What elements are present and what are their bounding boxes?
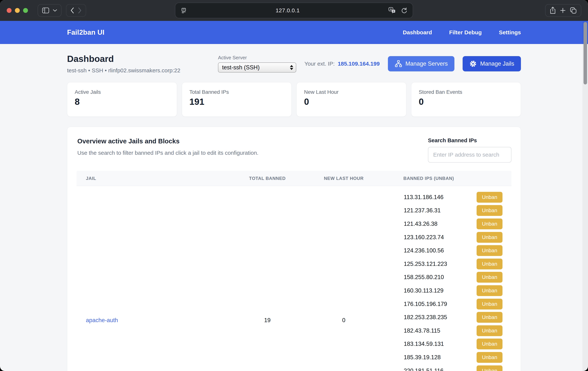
back-button[interactable] (70, 7, 74, 14)
banned-ip-row: 125.253.121.223 Unban (383, 257, 511, 271)
sidebar-toggle-button[interactable] (38, 4, 62, 17)
url-text[interactable]: 127.0.0.1 (187, 7, 388, 14)
banned-ip: 123.160.223.74 (404, 234, 444, 241)
active-server-value: test-ssh (SSH) (222, 64, 260, 71)
nav-link-filter-debug[interactable]: Filter Debug (449, 29, 482, 36)
column-header-total-banned: TOTAL BANNED (230, 176, 304, 181)
screen: 127.0.0.1 A x̂ (0, 0, 588, 371)
address-bar-actions: A x̂ (388, 7, 408, 14)
unban-button[interactable]: Unban (477, 299, 503, 309)
unban-button[interactable]: Unban (477, 192, 503, 203)
page-title: Dashboard (67, 54, 180, 64)
close-window-button[interactable] (7, 8, 11, 13)
forward-button[interactable] (78, 7, 82, 14)
banned-ip: 182.43.78.115 (404, 327, 440, 334)
banned-ips-cell: 113.31.186.146 Unban 121.237.36.31 Unban (383, 186, 511, 371)
banned-ip: 121.43.26.38 (404, 220, 438, 227)
page-subtitle: test-ssh • SSH • rlinfp02.swissmakers.co… (67, 67, 180, 74)
banned-ip: 158.255.80.210 (404, 274, 444, 281)
unban-button[interactable]: Unban (477, 232, 503, 243)
banned-ip: 182.253.238.235 (404, 314, 447, 321)
stat-label: Total Banned IPs (189, 89, 284, 95)
banned-ip: 160.30.113.129 (404, 287, 443, 294)
external-ip-value[interactable]: 185.109.164.199 (338, 61, 380, 67)
search-input[interactable] (428, 147, 511, 163)
unban-button[interactable]: Unban (477, 218, 503, 229)
banned-ip-row: 220.181.51.116 Unban (383, 364, 511, 371)
active-server-block: Active Server test-ssh (SSH) (218, 55, 296, 73)
banned-ip-row: 124.236.100.56 Unban (383, 244, 511, 257)
unban-button[interactable]: Unban (477, 312, 503, 323)
unban-button[interactable]: Unban (477, 365, 503, 371)
chevron-down-icon (53, 9, 57, 12)
active-server-select[interactable]: test-ssh (SSH) (218, 63, 296, 73)
banned-ip-row: 182.253.238.235 Unban (383, 311, 511, 324)
overview-subtitle: Use the search to filter banned IPs and … (77, 150, 258, 156)
banned-ip: 220.181.51.116 (404, 368, 443, 371)
external-ip-label: Your ext. IP: (304, 61, 335, 67)
stat-card-new-last-hour: New Last Hour 0 (296, 82, 406, 117)
banned-ip: 125.253.121.223 (404, 261, 447, 267)
manage-jails-button[interactable]: Manage Jails (463, 56, 521, 71)
stat-value: 0 (419, 97, 514, 107)
stat-value: 0 (304, 97, 399, 107)
table-row: apache-auth 19 0 113.31.186.146 Unban (77, 186, 511, 371)
stat-label: Stored Ban Events (419, 89, 514, 95)
manage-servers-button[interactable]: Manage Servers (388, 56, 454, 71)
column-header-banned-ips: BANNED IPS (UNBAN) (383, 176, 511, 181)
banned-ip-row: 185.39.19.128 Unban (383, 351, 511, 364)
share-icon[interactable] (550, 7, 556, 14)
select-stepper-icon (290, 65, 293, 70)
tab-overview-icon[interactable] (570, 7, 577, 14)
stat-card-active-jails: Active Jails 8 (67, 82, 177, 117)
jails-table: JAIL TOTAL BANNED NEW LAST HOUR BANNED I… (77, 171, 511, 371)
gear-icon (469, 60, 477, 67)
nav-link-dashboard[interactable]: Dashboard (403, 29, 432, 36)
sitemap-icon (395, 60, 402, 67)
new-last-hour-cell: 0 (304, 317, 383, 324)
table-header-row: JAIL TOTAL BANNED NEW LAST HOUR BANNED I… (77, 171, 511, 186)
unban-button[interactable]: Unban (477, 259, 503, 269)
unban-button[interactable]: Unban (477, 245, 503, 256)
minimize-window-button[interactable] (15, 8, 20, 13)
new-tab-icon[interactable] (560, 7, 566, 14)
unban-button[interactable]: Unban (477, 272, 503, 283)
banned-ip: 176.105.196.179 (404, 301, 447, 307)
column-header-jail: JAIL (77, 176, 230, 181)
stat-cards: Active Jails 8 Total Banned IPs 191 New … (67, 82, 521, 117)
search-label: Search Banned IPs (428, 137, 511, 143)
scrollbar-thumb[interactable] (584, 22, 587, 85)
nav-link-settings[interactable]: Settings (499, 29, 521, 36)
zoom-window-button[interactable] (23, 8, 28, 13)
manage-servers-label: Manage Servers (405, 60, 448, 67)
banned-ip-row: 121.237.36.31 Unban (383, 204, 511, 217)
stat-label: New Last Hour (304, 89, 399, 95)
address-bar[interactable]: 127.0.0.1 A x̂ (175, 3, 413, 18)
unban-button[interactable]: Unban (477, 285, 503, 296)
jail-link[interactable]: apache-auth (86, 317, 118, 323)
unban-button[interactable]: Unban (477, 338, 503, 349)
banned-ip: 113.31.186.146 (404, 194, 443, 201)
translate-icon[interactable]: A x̂ (388, 7, 396, 14)
banned-ip: 124.236.100.56 (404, 247, 444, 254)
active-server-label: Active Server (218, 55, 296, 61)
toolbar-actions (545, 4, 581, 17)
stat-card-total-banned: Total Banned IPs 191 (182, 82, 292, 117)
page-format-icon[interactable] (180, 7, 187, 14)
banned-ip-row: 113.31.186.146 Unban (383, 191, 511, 204)
page-title-block: Dashboard test-ssh • SSH • rlinfp02.swis… (67, 54, 180, 74)
overview-card: Overview active Jails and Blocks Use the… (67, 127, 521, 371)
column-header-new-last-hour: NEW LAST HOUR (304, 176, 383, 181)
browser-window: 127.0.0.1 A x̂ (0, 0, 588, 371)
unban-button[interactable]: Unban (477, 325, 503, 336)
search-block: Search Banned IPs (428, 137, 511, 163)
banned-ip-row: 123.160.223.74 Unban (383, 231, 511, 244)
unban-button[interactable]: Unban (477, 352, 503, 363)
banned-ip-row: 160.30.113.129 Unban (383, 284, 511, 297)
external-ip: Your ext. IP: 185.109.164.199 (304, 61, 380, 67)
unban-button[interactable]: Unban (477, 205, 503, 216)
banned-ip-row: 183.134.59.131 Unban (383, 338, 511, 351)
manage-jails-label: Manage Jails (480, 60, 514, 67)
brand[interactable]: Fail2ban UI (67, 29, 105, 36)
reload-icon[interactable] (401, 7, 408, 14)
